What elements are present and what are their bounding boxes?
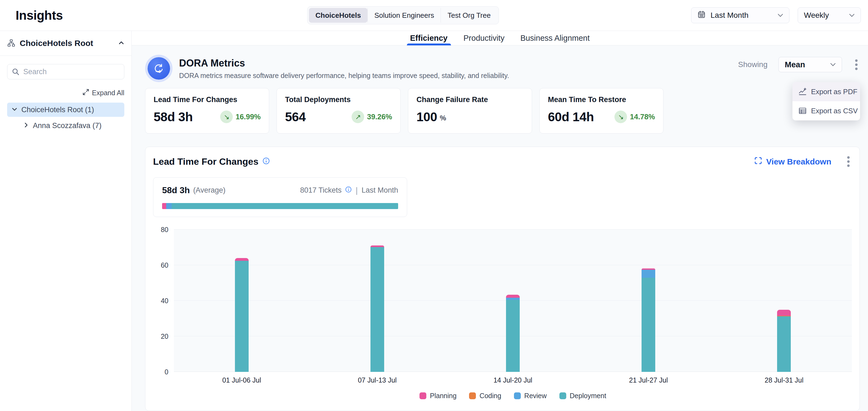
org-tab-test-org-tree[interactable]: Test Org Tree [441, 8, 497, 23]
search-box [7, 64, 124, 79]
bar-segment-review[interactable] [642, 270, 655, 278]
bar-slot [581, 230, 716, 372]
sidebar: ChoiceHotels Root Expand All ChoiceHotel… [0, 31, 132, 411]
stacked-bar[interactable] [777, 310, 791, 372]
stacked-bar[interactable] [506, 295, 520, 372]
bar-segment-deployment[interactable] [777, 316, 791, 372]
tab-efficiency[interactable]: Efficiency [408, 31, 450, 45]
period-label: Last Month [362, 186, 398, 195]
legend-swatch [420, 392, 426, 399]
menu-item-export-as-pdf[interactable]: Export as PDF [793, 82, 860, 101]
legend-label: Planning [430, 392, 457, 400]
bar-segment-deployment[interactable] [370, 247, 384, 372]
stat-title: Lead Time For Changes [154, 96, 261, 104]
chevron-down-icon[interactable] [11, 106, 18, 114]
trend-badge: ↗39.26% [351, 110, 392, 123]
stacked-bar[interactable] [370, 245, 384, 372]
sidebar-header[interactable]: ChoiceHotels Root [0, 31, 131, 56]
legend-item-planning[interactable]: Planning [420, 392, 457, 400]
tree-node-label: Anna Scozzafava (7) [33, 122, 101, 130]
arrow-up-right-icon: ↗ [351, 110, 364, 123]
y-tick-label: 20 [161, 333, 168, 340]
average-value: 58d 3h [162, 185, 190, 195]
tree-node[interactable]: ChoiceHotels Root (1) [7, 103, 124, 117]
top-controls: Last Month Weekly [691, 7, 861, 23]
dora-description: DORA metrics measure software delivery p… [179, 72, 509, 80]
tab-business-alignment[interactable]: Business Alignment [519, 31, 591, 45]
arrow-down-right-icon: ↘ [220, 110, 233, 123]
panel-kebab-menu[interactable] [845, 154, 852, 169]
expand-corners-icon [754, 157, 762, 167]
org-selector: ChoiceHotelsSolution EngineersTest Org T… [307, 6, 499, 24]
calendar-icon [698, 10, 706, 21]
org-tab-solution-engineers[interactable]: Solution Engineers [368, 8, 441, 23]
mini-bar-segment-deployment [172, 203, 398, 209]
granularity-select[interactable]: Weekly [798, 7, 861, 23]
legend-swatch [559, 392, 566, 399]
search-icon [11, 68, 20, 77]
stat-card: Change Failure Rate100% [408, 88, 532, 134]
x-tick-label: 01 Jul-06 Jul [174, 376, 309, 384]
main-area: EfficiencyProductivityBusiness Alignment… [132, 31, 868, 411]
stat-title: Total Deployments [285, 96, 392, 104]
view-breakdown-label: View Breakdown [766, 157, 831, 166]
bar-slot [309, 230, 445, 372]
panel-title: Lead Time For Changes [153, 156, 258, 167]
legend-swatch [469, 392, 476, 399]
x-tick-label: 07 Jul-13 Jul [309, 376, 445, 384]
stat-card: Total Deployments564↗39.26% [277, 88, 401, 134]
export-menu: Export as PDFExport as CSV [793, 82, 860, 121]
chevron-down-icon [778, 14, 783, 17]
org-tree: ChoiceHotels Root (1)Anna Scozzafava (7) [7, 103, 124, 133]
tab-productivity[interactable]: Productivity [462, 31, 506, 45]
stacked-bar[interactable] [642, 268, 655, 372]
granularity-value: Weekly [804, 11, 829, 20]
info-icon[interactable] [345, 186, 352, 195]
trend-percent: 14.78% [630, 113, 655, 121]
plot-area [174, 230, 852, 372]
stat-value: 100 [416, 109, 437, 124]
bar-segment-planning[interactable] [777, 310, 791, 315]
dora-kebab-menu[interactable] [853, 57, 860, 72]
separator: | [355, 186, 359, 195]
chevron-right-icon[interactable] [23, 122, 29, 130]
tickets-count: 8017 Tickets [300, 186, 342, 195]
org-tab-choicehotels[interactable]: ChoiceHotels [309, 8, 368, 23]
trend-percent: 39.26% [367, 113, 392, 121]
expand-all-button[interactable]: Expand All [83, 89, 124, 97]
legend-item-review[interactable]: Review [514, 392, 547, 400]
x-tick-label: 28 Jul-31 Jul [716, 376, 852, 384]
legend-item-coding[interactable]: Coding [469, 392, 501, 400]
info-icon[interactable] [262, 156, 270, 167]
stat-unit: % [440, 114, 446, 122]
bar-segment-planning[interactable] [506, 295, 520, 298]
bar-segment-deployment[interactable] [235, 261, 249, 372]
bar-segment-review[interactable] [506, 298, 520, 300]
x-tick-label: 21 Jul-27 Jul [581, 376, 716, 384]
expand-all-label: Expand All [92, 89, 124, 97]
bar-segment-deployment[interactable] [506, 300, 520, 372]
legend-item-deployment[interactable]: Deployment [559, 392, 606, 400]
bar-slot [716, 230, 852, 372]
bar-slot [445, 230, 581, 372]
stat-title: Change Failure Rate [416, 96, 524, 104]
expand-all-icon [83, 89, 89, 97]
search-input[interactable] [7, 64, 124, 79]
tree-node[interactable]: Anna Scozzafava (7) [19, 118, 124, 133]
dora-title: DORA Metrics [179, 58, 509, 69]
date-range-select[interactable]: Last Month [691, 7, 789, 23]
view-breakdown-button[interactable]: View Breakdown [754, 157, 831, 167]
bar-segment-planning[interactable] [235, 258, 249, 261]
x-axis-labels: 01 Jul-06 Jul07 Jul-13 Jul14 Jul-20 Jul2… [174, 376, 852, 384]
average-label: (Average) [193, 186, 225, 195]
stat-value: 564 [285, 109, 306, 124]
stacked-bar[interactable] [235, 258, 249, 372]
aggregation-select[interactable]: Mean [778, 57, 842, 72]
y-axis: 020406080 [153, 230, 174, 372]
stat-card: Lead Time For Changes58d 3h↘16.99% [145, 88, 269, 134]
date-range-value: Last Month [711, 11, 749, 20]
arrow-down-right-icon: ↘ [615, 110, 627, 123]
menu-item-export-as-csv[interactable]: Export as CSV [793, 101, 860, 121]
mini-bar-segment-planning [162, 203, 166, 209]
bar-segment-deployment[interactable] [642, 278, 655, 372]
